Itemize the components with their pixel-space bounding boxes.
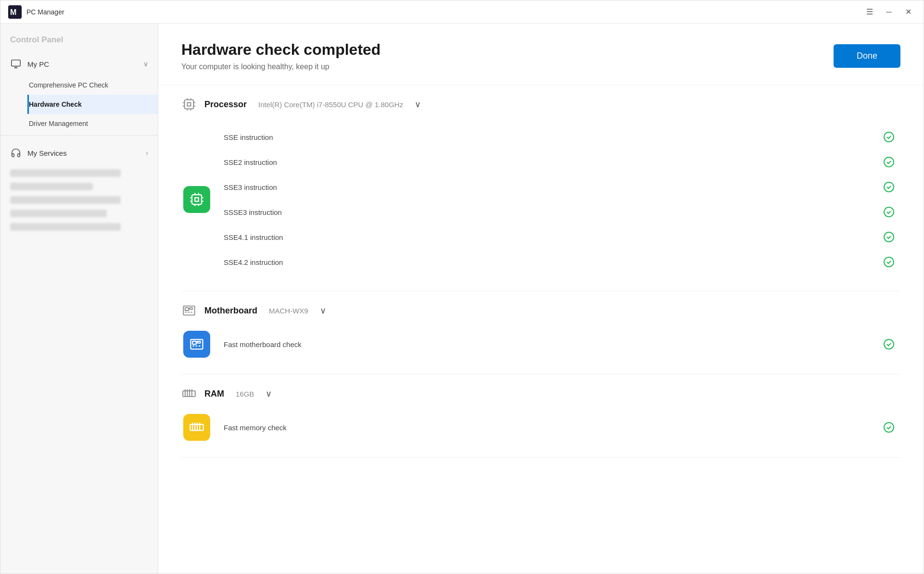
sse41-label: SSE4.1 instruction bbox=[224, 233, 881, 241]
minimize-button[interactable]: ─ bbox=[881, 4, 897, 20]
my-pc-label: My PC bbox=[27, 60, 138, 68]
nav-hardware-check[interactable]: Hardware Check bbox=[27, 95, 158, 114]
my-pc-arrow: ∨ bbox=[143, 60, 148, 68]
sidebar-blurred-items bbox=[0, 164, 158, 236]
motherboard-section: Motherboard MACH-WX9 ∨ bbox=[181, 291, 900, 374]
motherboard-header[interactable]: Motherboard MACH-WX9 ∨ bbox=[181, 303, 900, 318]
ram-check-icon bbox=[881, 420, 897, 435]
blur-item-3 bbox=[10, 196, 121, 204]
check-complete-subtitle: Your computer is looking healthy, keep i… bbox=[181, 62, 380, 71]
ram-chip-icon bbox=[183, 414, 210, 441]
sse2-row: SSE2 instruction bbox=[224, 150, 900, 175]
svg-rect-38 bbox=[192, 341, 196, 344]
svg-rect-5 bbox=[185, 100, 194, 109]
app-window: M PC Manager ☰ ─ ✕ Control Panel bbox=[0, 0, 924, 574]
fast-motherboard-label: Fast motherboard check bbox=[212, 340, 881, 349]
my-pc-sub-items: Comprehensive PC Check Hardware Check Dr… bbox=[0, 75, 158, 133]
blur-item-2 bbox=[10, 183, 93, 190]
content-header: Hardware check completed Your computer i… bbox=[158, 24, 924, 85]
sidebar-divider bbox=[0, 135, 158, 136]
ram-section: RAM 16GB ∨ bbox=[181, 374, 900, 458]
sse42-label: SSE4.2 instruction bbox=[224, 258, 881, 266]
nav-my-pc[interactable]: My PC ∨ bbox=[0, 52, 158, 75]
content-area: Hardware check completed Your computer i… bbox=[158, 24, 924, 574]
motherboard-icon-wrap bbox=[181, 331, 212, 358]
sse3-row: SSE3 instruction bbox=[224, 175, 900, 200]
sse41-row: SSE4.1 instruction bbox=[224, 225, 900, 250]
processor-header[interactable]: Processor Intel(R) Core(TM) i7-8550U CPU… bbox=[181, 97, 900, 112]
main-layout: Control Panel My PC ∨ Comprehensive PC C… bbox=[0, 24, 924, 574]
close-button[interactable]: ✕ bbox=[900, 4, 916, 20]
fast-ram-label: Fast memory check bbox=[212, 424, 881, 432]
my-services-arrow: › bbox=[146, 149, 148, 157]
menu-button[interactable]: ☰ bbox=[862, 4, 877, 20]
ssse3-check-icon bbox=[881, 204, 897, 220]
ram-chevron: ∨ bbox=[266, 388, 272, 399]
processor-name: Processor bbox=[204, 100, 247, 110]
sidebar: Control Panel My PC ∨ Comprehensive PC C… bbox=[0, 24, 158, 574]
title-bar-controls: ☰ ─ ✕ bbox=[862, 4, 916, 20]
sse3-check-icon bbox=[881, 179, 897, 195]
motherboard-chip-icon bbox=[183, 331, 210, 358]
app-title: PC Manager bbox=[26, 8, 64, 16]
my-services-label: My Services bbox=[27, 149, 140, 157]
svg-rect-39 bbox=[197, 341, 200, 343]
blur-item-4 bbox=[10, 210, 107, 217]
sse3-label: SSE3 instruction bbox=[224, 183, 881, 191]
hardware-list: Processor Intel(R) Core(TM) i7-8550U CPU… bbox=[158, 85, 924, 458]
sse-row: SSE instruction bbox=[224, 125, 900, 150]
processor-chip-icon bbox=[183, 186, 210, 213]
svg-rect-33 bbox=[190, 308, 192, 310]
svg-rect-32 bbox=[185, 308, 189, 311]
ram-item-row: Fast memory check bbox=[181, 409, 900, 446]
svg-rect-2 bbox=[12, 60, 20, 66]
nav-comprehensive-check[interactable]: Comprehensive PC Check bbox=[27, 75, 158, 95]
processor-sub-items: SSE instruction SSE2 instruction bbox=[212, 125, 900, 275]
sse-label: SSE instruction bbox=[224, 133, 881, 141]
motherboard-item-row: Fast motherboard check bbox=[181, 326, 900, 362]
check-complete-title: Hardware check completed bbox=[181, 41, 380, 59]
motherboard-chevron: ∨ bbox=[320, 305, 326, 316]
ram-icon bbox=[181, 386, 197, 401]
svg-point-26 bbox=[884, 157, 894, 167]
processor-detail: Intel(R) Core(TM) i7-8550U CPU @ 1.80GHz bbox=[258, 100, 403, 109]
svg-rect-16 bbox=[195, 198, 199, 201]
processor-icon-row: SSE instruction SSE2 instruction bbox=[181, 120, 900, 279]
ram-header[interactable]: RAM 16GB ∨ bbox=[181, 386, 900, 401]
ram-detail: 16GB bbox=[236, 390, 254, 398]
processor-section: Processor Intel(R) Core(TM) i7-8550U CPU… bbox=[181, 85, 900, 291]
header-text: Hardware check completed Your computer i… bbox=[181, 41, 380, 71]
processor-icon bbox=[181, 97, 197, 112]
sse42-check-icon bbox=[881, 254, 897, 270]
ram-name: RAM bbox=[204, 389, 224, 399]
svg-point-28 bbox=[884, 207, 894, 217]
motherboard-check-icon bbox=[881, 337, 897, 352]
nav-driver-management[interactable]: Driver Management bbox=[27, 114, 158, 133]
nav-my-services-section: My Services › bbox=[0, 141, 158, 164]
svg-point-27 bbox=[884, 182, 894, 192]
svg-rect-15 bbox=[192, 195, 202, 204]
motherboard-icon bbox=[181, 303, 197, 318]
sidebar-header: Control Panel bbox=[0, 27, 158, 49]
processor-chevron: ∨ bbox=[415, 99, 421, 110]
ssse3-row: SSSE3 instruction bbox=[224, 200, 900, 225]
ssse3-label: SSSE3 instruction bbox=[224, 208, 881, 216]
nav-my-services[interactable]: My Services › bbox=[0, 141, 158, 164]
title-bar-left: M PC Manager bbox=[8, 5, 64, 19]
motherboard-name: Motherboard bbox=[204, 306, 257, 316]
processor-icon-wrap bbox=[181, 186, 212, 213]
monitor-icon bbox=[10, 58, 22, 70]
headset-icon bbox=[10, 147, 22, 159]
svg-point-29 bbox=[884, 232, 894, 242]
svg-rect-6 bbox=[188, 103, 191, 106]
title-bar: M PC Manager ☰ ─ ✕ bbox=[0, 0, 924, 24]
motherboard-detail: MACH-WX9 bbox=[269, 307, 308, 315]
blur-item-1 bbox=[10, 169, 121, 177]
done-button[interactable]: Done bbox=[834, 44, 900, 68]
svg-point-25 bbox=[884, 132, 894, 142]
svg-point-43 bbox=[884, 339, 894, 349]
blur-item-5 bbox=[10, 223, 121, 231]
ram-icon-wrap bbox=[181, 414, 212, 441]
sse42-row: SSE4.2 instruction bbox=[224, 250, 900, 275]
sse2-check-icon bbox=[881, 154, 897, 170]
